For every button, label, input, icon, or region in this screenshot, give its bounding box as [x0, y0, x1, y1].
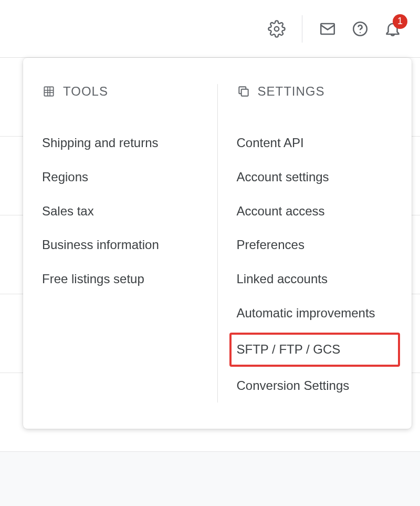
help-icon-button[interactable] — [348, 16, 373, 42]
gear-icon — [268, 20, 286, 38]
tools-settings-dropdown: TOOLS Shipping and returns Regions Sales… — [23, 58, 412, 429]
menu-item-sftp-ftp-gcs[interactable]: SFTP / FTP / GCS — [229, 333, 401, 367]
notification-badge: 1 — [393, 14, 407, 29]
tools-header: TOOLS — [42, 84, 198, 99]
menu-item-content-api[interactable]: Content API — [237, 126, 393, 160]
svg-rect-4 — [44, 87, 53, 96]
svg-point-0 — [275, 26, 279, 31]
topbar: 1 — [0, 0, 420, 58]
tools-column: TOOLS Shipping and returns Regions Sales… — [23, 84, 218, 402]
menu-item-sales-tax[interactable]: Sales tax — [42, 194, 198, 229]
settings-column: SETTINGS Content API Account settings Ac… — [218, 84, 412, 402]
menu-item-preferences[interactable]: Preferences — [237, 228, 393, 262]
svg-point-3 — [360, 32, 361, 33]
svg-rect-9 — [241, 89, 248, 96]
notifications-icon-button[interactable]: 1 — [380, 16, 405, 42]
menu-item-shipping-and-returns[interactable]: Shipping and returns — [42, 126, 198, 160]
menu-item-regions[interactable]: Regions — [42, 160, 198, 194]
menu-item-business-information[interactable]: Business information — [42, 228, 198, 262]
grid-icon — [42, 85, 56, 98]
topbar-divider — [302, 15, 302, 43]
mail-icon-button[interactable] — [315, 16, 340, 42]
gear-icon-button[interactable] — [264, 16, 289, 42]
menu-item-conversion-settings[interactable]: Conversion Settings — [237, 369, 393, 403]
menu-item-free-listings-setup[interactable]: Free listings setup — [42, 262, 198, 296]
tools-header-title: TOOLS — [63, 84, 108, 99]
copy-icon — [237, 85, 250, 98]
settings-header: SETTINGS — [237, 84, 393, 99]
help-icon — [351, 20, 369, 38]
menu-item-automatic-improvements[interactable]: Automatic improvements — [237, 296, 393, 331]
mail-icon — [319, 20, 337, 38]
settings-header-title: SETTINGS — [258, 84, 325, 99]
menu-item-account-access[interactable]: Account access — [237, 194, 393, 229]
menu-item-account-settings[interactable]: Account settings — [237, 160, 393, 194]
menu-item-linked-accounts[interactable]: Linked accounts — [237, 262, 393, 296]
